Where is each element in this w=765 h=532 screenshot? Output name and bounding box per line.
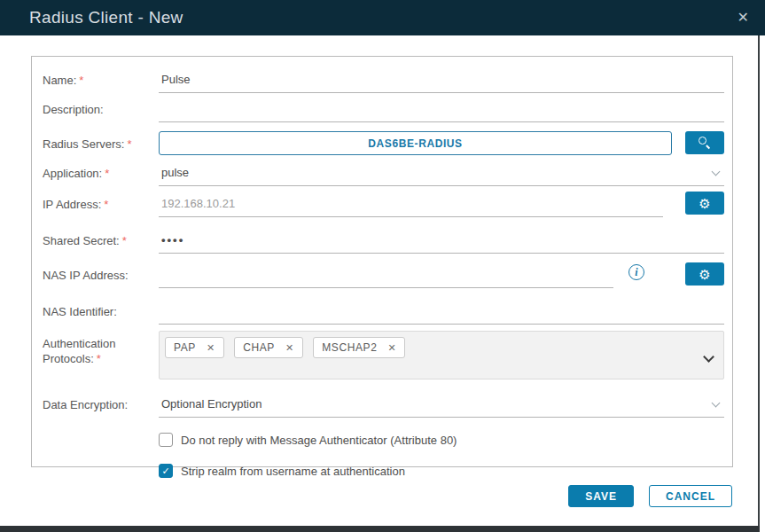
strip-realm-checkbox-row: ✓ Strip realm from username at authentic… xyxy=(159,464,724,478)
name-input[interactable] xyxy=(159,67,724,93)
window-right-edge xyxy=(758,35,760,532)
data-encryption-select[interactable]: Optional Encryption xyxy=(159,392,724,418)
gear-icon: ⚙ xyxy=(699,197,710,210)
nas-identifier-row: NAS Identifier: xyxy=(43,299,724,325)
info-icon[interactable]: i xyxy=(628,264,644,280)
ip-address-settings-button[interactable]: ⚙ xyxy=(685,192,724,215)
required-marker: * xyxy=(127,137,131,151)
name-label: Name:* xyxy=(43,67,159,88)
cancel-button[interactable]: CANCEL xyxy=(649,485,732,507)
radius-client-form: Name:* Description: Radius Servers:* DAS… xyxy=(31,56,733,467)
nas-ip-address-input[interactable] xyxy=(159,262,613,288)
data-encryption-row: Data Encryption: Optional Encryption xyxy=(43,392,724,418)
chevron-down-icon xyxy=(703,351,714,363)
radius-servers-search-button[interactable] xyxy=(685,131,724,154)
dialog-footer: SAVE CANCEL xyxy=(568,485,732,507)
name-row: Name:* xyxy=(43,67,724,93)
chevron-down-icon xyxy=(712,168,721,176)
required-marker: * xyxy=(79,74,83,87)
chip-label: MSCHAP2 xyxy=(322,341,377,354)
strip-realm-checkbox-label: Strip realm from username at authenticat… xyxy=(181,465,405,478)
required-marker: * xyxy=(105,167,109,180)
application-row: Application:* pulse xyxy=(43,160,724,186)
required-marker: * xyxy=(122,234,127,247)
auth-protocols-multiselect[interactable]: PAP ✕ CHAP ✕ MSCHAP2 ✕ xyxy=(159,331,724,379)
nas-ip-address-row: NAS IP Address: i ⚙ xyxy=(43,262,724,288)
chip-chap[interactable]: CHAP ✕ xyxy=(234,337,303,358)
gear-icon: ⚙ xyxy=(699,268,710,281)
required-marker: * xyxy=(97,352,101,365)
save-button[interactable]: SAVE xyxy=(568,485,634,507)
dialog-title: Radius Client - New xyxy=(29,8,183,27)
close-icon[interactable]: ✕ xyxy=(738,11,749,25)
radius-servers-row: Radius Servers:* DAS6BE-RADIUS xyxy=(43,131,724,155)
description-row: Description: xyxy=(43,97,724,122)
shared-secret-input[interactable] xyxy=(159,228,724,254)
nas-ip-settings-button[interactable]: ⚙ xyxy=(685,262,724,286)
nas-ip-address-label: NAS IP Address: xyxy=(43,262,159,283)
attr80-checkbox-label: Do not reply with Message Authenticator … xyxy=(181,434,457,447)
application-value: pulse xyxy=(161,166,189,179)
auth-protocols-row: Authentication Protocols:* PAP ✕ CHAP ✕ … xyxy=(43,331,724,379)
radius-servers-label: Radius Servers:* xyxy=(43,131,159,152)
data-encryption-label: Data Encryption: xyxy=(43,392,159,412)
radius-servers-value[interactable]: DAS6BE-RADIUS xyxy=(159,131,672,155)
chip-mschap2[interactable]: MSCHAP2 ✕ xyxy=(313,337,405,358)
ip-address-row: IP Address:* ⚙ xyxy=(43,192,724,217)
nas-identifier-input[interactable] xyxy=(159,299,724,325)
ip-address-label: IP Address:* xyxy=(43,192,159,212)
chip-remove-icon[interactable]: ✕ xyxy=(207,342,215,354)
search-icon xyxy=(699,137,711,149)
window-bottom-edge xyxy=(0,526,760,532)
description-input[interactable] xyxy=(159,97,724,122)
attr80-checkbox[interactable]: ✓ xyxy=(159,433,173,447)
shared-secret-label: Shared Secret:* xyxy=(43,228,159,248)
chip-label: PAP xyxy=(174,341,196,354)
strip-realm-checkbox[interactable]: ✓ xyxy=(159,464,173,478)
dialog-titlebar: Radius Client - New ✕ xyxy=(0,0,765,35)
required-marker: * xyxy=(104,198,108,211)
chevron-down-icon xyxy=(712,399,721,408)
application-select[interactable]: pulse xyxy=(159,160,724,186)
nas-identifier-label: NAS Identifier: xyxy=(43,299,159,319)
chip-remove-icon[interactable]: ✕ xyxy=(387,342,396,354)
application-label: Application:* xyxy=(43,160,159,181)
description-label: Description: xyxy=(43,97,159,117)
auth-protocols-label: Authentication Protocols:* xyxy=(43,331,159,366)
data-encryption-value: Optional Encryption xyxy=(161,397,262,411)
shared-secret-row: Shared Secret:* xyxy=(43,228,724,254)
chip-pap[interactable]: PAP ✕ xyxy=(165,337,224,358)
attr80-checkbox-row: ✓ Do not reply with Message Authenticato… xyxy=(159,428,724,447)
chip-remove-icon[interactable]: ✕ xyxy=(285,342,294,354)
chip-label: CHAP xyxy=(243,341,275,354)
ip-address-input[interactable] xyxy=(159,192,663,217)
